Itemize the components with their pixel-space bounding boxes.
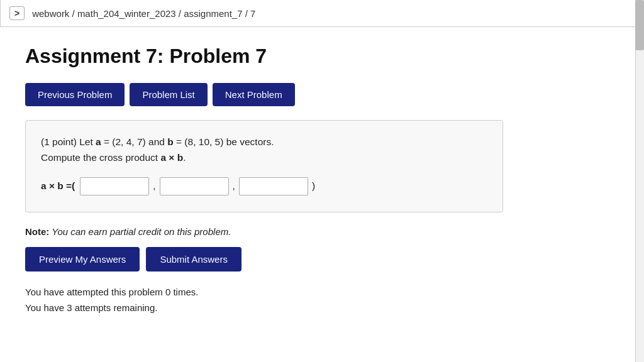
answer-input-3[interactable] bbox=[239, 177, 308, 195]
note-line: Note: You can earn partial credit on thi… bbox=[25, 226, 579, 237]
nav-button-row: Previous Problem Problem List Next Probl… bbox=[25, 83, 579, 106]
problem-line2-prefix: Compute the cross product bbox=[41, 152, 160, 163]
page-title: Assignment 7: Problem 7 bbox=[25, 45, 579, 68]
action-button-row: Preview My Answers Submit Answers bbox=[25, 247, 579, 272]
vector-a-label: a bbox=[96, 136, 101, 147]
problem-points: (1 point) bbox=[41, 136, 77, 147]
problem-box: (1 point) Let a = (2, 4, 7) and b = (8, … bbox=[25, 120, 503, 212]
submit-answers-button[interactable]: Submit Answers bbox=[146, 247, 242, 272]
vector-b-label: b bbox=[167, 136, 173, 147]
problem-line2-suffix: . bbox=[183, 152, 186, 163]
close-paren: ) bbox=[312, 180, 315, 192]
note-bold: Note: bbox=[25, 226, 49, 237]
attempt-info: You have attempted this problem 0 times.… bbox=[25, 284, 579, 316]
attempt-line-2: You have 3 attempts remaining. bbox=[25, 300, 579, 316]
main-content: Assignment 7: Problem 7 Previous Problem… bbox=[0, 27, 604, 335]
previous-problem-button[interactable]: Previous Problem bbox=[25, 83, 125, 106]
problem-statement: (1 point) Let a = (2, 4, 7) and b = (8, … bbox=[41, 134, 487, 166]
problem-equals2: = (8, 10, 5) be vectors. bbox=[174, 136, 274, 147]
sidebar-toggle-button[interactable]: > bbox=[9, 6, 25, 20]
answer-input-1[interactable] bbox=[80, 177, 149, 195]
comma-1: , bbox=[153, 180, 155, 192]
preview-answers-button[interactable]: Preview My Answers bbox=[25, 247, 140, 272]
breadcrumb-bar: > webwork / math_204_winter_2023 / assig… bbox=[0, 0, 644, 27]
problem-equals1: = (2, 4, 7) and bbox=[101, 136, 168, 147]
comma-2: , bbox=[233, 180, 235, 192]
note-italic: You can earn partial credit on this prob… bbox=[49, 226, 231, 237]
cross-product-label: a × b =( bbox=[41, 180, 75, 192]
problem-list-button[interactable]: Problem List bbox=[130, 83, 207, 106]
breadcrumb-text: webwork / math_204_winter_2023 / assignm… bbox=[32, 8, 255, 19]
scrollbar-track[interactable] bbox=[635, 0, 644, 362]
attempt-line-1: You have attempted this problem 0 times. bbox=[25, 284, 579, 300]
scrollbar-thumb[interactable] bbox=[635, 0, 644, 50]
cross-product-row: a × b =( , , ) bbox=[41, 177, 487, 195]
answer-input-2[interactable] bbox=[160, 177, 229, 195]
cross-notation-inline: a × b bbox=[160, 152, 183, 163]
problem-statement-part1: Let bbox=[79, 136, 96, 147]
next-problem-button[interactable]: Next Problem bbox=[213, 83, 295, 106]
